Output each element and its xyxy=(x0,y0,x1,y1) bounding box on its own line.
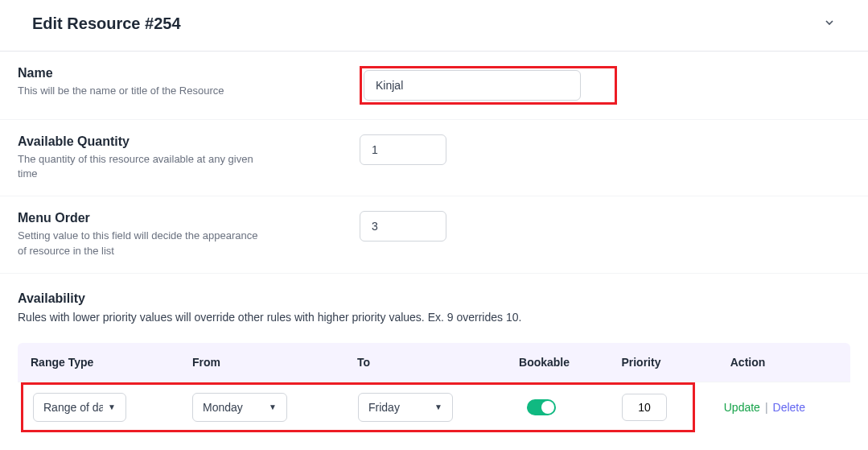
page-title: Edit Resource #254 xyxy=(32,14,181,33)
quantity-label: Available Quantity xyxy=(18,134,360,149)
name-label: Name xyxy=(18,66,360,81)
row-actions: Update | Delete xyxy=(724,401,805,414)
menu-order-input[interactable] xyxy=(360,211,446,242)
range-type-value: Range of days xyxy=(43,401,103,414)
name-highlight xyxy=(360,66,617,105)
availability-title: Availability xyxy=(18,291,850,306)
from-select[interactable]: Monday ▼ xyxy=(192,393,287,422)
caret-down-icon: ▼ xyxy=(108,403,116,411)
name-input[interactable] xyxy=(364,70,581,101)
col-bookable: Bookable xyxy=(519,356,621,369)
caret-down-icon: ▼ xyxy=(269,403,277,411)
from-value: Monday xyxy=(203,401,243,414)
chevron-down-icon[interactable] xyxy=(823,16,836,32)
delete-link[interactable]: Delete xyxy=(773,401,805,414)
menu-order-label: Menu Order xyxy=(18,211,360,225)
priority-input[interactable] xyxy=(622,394,667,421)
toggle-knob xyxy=(541,401,554,414)
availability-help: Rules with lower priority values will ov… xyxy=(18,311,850,324)
range-type-select[interactable]: Range of days ▼ xyxy=(33,393,126,422)
col-priority: Priority xyxy=(621,356,730,369)
action-divider: | xyxy=(765,401,768,414)
name-help: This will be the name or title of the Re… xyxy=(18,84,267,98)
col-to: To xyxy=(357,356,519,369)
bookable-toggle[interactable] xyxy=(527,399,556,415)
update-link[interactable]: Update xyxy=(724,401,760,414)
to-value: Friday xyxy=(368,401,400,414)
col-action: Action xyxy=(730,356,850,369)
col-from: From xyxy=(192,356,357,369)
menu-order-help: Setting value to this field will decide … xyxy=(18,229,267,258)
to-select[interactable]: Friday ▼ xyxy=(358,393,453,422)
caret-down-icon: ▼ xyxy=(434,403,442,411)
availability-table: Range Type From To Bookable Priority Act… xyxy=(18,343,850,432)
quantity-input[interactable] xyxy=(360,134,446,165)
col-range-type: Range Type xyxy=(31,356,192,369)
availability-row: Range of days ▼ Monday ▼ Friday ▼ xyxy=(21,382,695,432)
quantity-help: The quantity of this resource available … xyxy=(18,152,267,181)
